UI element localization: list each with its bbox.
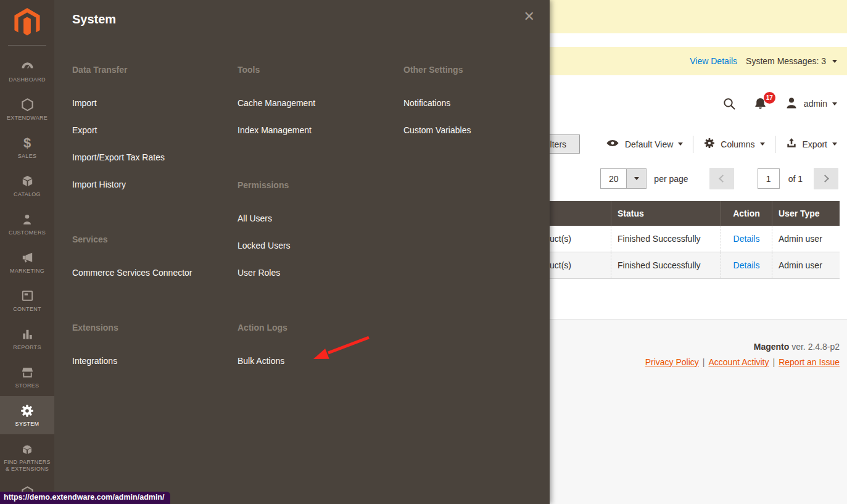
chevron-down-icon — [760, 143, 765, 146]
columns-control[interactable]: Columns — [703, 137, 764, 151]
details-link[interactable]: Details — [733, 234, 760, 244]
user-name: admin — [804, 99, 827, 109]
sidebar-item-label: SALES — [18, 153, 37, 160]
sidebar-item-customers[interactable]: CUSTOMERS — [0, 205, 54, 243]
window-icon — [20, 289, 35, 304]
dollar-icon: $ — [20, 136, 35, 151]
sidebar-item-label: STORES — [15, 382, 39, 389]
menu-item-export[interactable]: Export — [72, 125, 233, 136]
status-cell: Finished Successfully — [611, 226, 721, 252]
menu-section-title: Services — [72, 234, 233, 245]
menu-item-custom-variables[interactable]: Custom Variables — [403, 125, 542, 136]
chart-icon — [20, 327, 35, 342]
view-switcher-label: Default View — [625, 139, 673, 149]
sidebar-item-label: CATALOG — [14, 191, 41, 198]
brick-icon — [20, 442, 35, 456]
page-title: System — [72, 12, 116, 27]
menu-item-commerce-services-connector[interactable]: Commerce Services Connector — [72, 268, 233, 278]
sidebar-item-label: FIND PARTNERS & EXTENSIONS — [2, 459, 52, 473]
next-page-button[interactable] — [814, 168, 838, 189]
admin-header: 17 admin — [722, 91, 837, 116]
sidebar-item-sales[interactable]: $ SALES — [0, 128, 54, 167]
menu-item-notifications[interactable]: Notifications — [403, 98, 542, 109]
menu-item-user-roles[interactable]: User Roles — [238, 268, 398, 278]
page-size-value: 20 — [601, 169, 626, 188]
person-icon — [20, 212, 35, 227]
menu-section-title: Extensions — [72, 323, 233, 333]
export-control[interactable]: Export — [785, 137, 837, 151]
magento-brand: Magento — [754, 342, 790, 352]
sidebar-item-catalog[interactable]: CATALOG — [0, 167, 54, 205]
menu-item-cache-management[interactable]: Cache Management — [238, 98, 398, 109]
sidebar-item-reports[interactable]: REPORTS — [0, 320, 54, 358]
admin-sidebar: DASHBOARD EXTENDWARE $ SALES CATALOG CUS… — [0, 0, 54, 504]
sidebar-item-find-partners[interactable]: FIND PARTNERS & EXTENSIONS — [0, 434, 54, 480]
sidebar-item-label: DASHBOARD — [9, 76, 46, 83]
magento-version: ver. 2.4.8-p2 — [791, 342, 840, 352]
chevron-left-icon — [719, 175, 727, 183]
status-cell: Finished Successfully — [611, 252, 721, 278]
menu-item-index-management[interactable]: Index Management — [238, 125, 398, 136]
export-label: Export — [803, 139, 827, 149]
sidebar-item-system[interactable]: SYSTEM — [0, 396, 54, 434]
sidebar-item-marketing[interactable]: MARKETING — [0, 243, 54, 281]
sidebar-item-extendware[interactable]: EXTENDWARE — [0, 90, 54, 128]
divider — [775, 136, 775, 153]
privacy-policy-link[interactable]: Privacy Policy — [645, 357, 699, 367]
grid-header-user-type[interactable]: User Type — [772, 201, 840, 226]
sidebar-item-label: CUSTOMERS — [9, 229, 46, 236]
sidebar-item-dashboard[interactable]: DASHBOARD — [0, 52, 54, 90]
user-type-cell: Admin user — [772, 252, 840, 278]
store-icon — [20, 365, 35, 380]
user-icon — [784, 96, 799, 112]
search-icon[interactable] — [722, 96, 737, 111]
box-icon — [20, 174, 35, 189]
hexagon-icon — [20, 97, 35, 112]
menu-section-title: Other Settings — [403, 65, 542, 75]
menu-item-all-users[interactable]: All Users — [238, 213, 398, 224]
view-switcher[interactable]: Default View — [605, 136, 683, 152]
dashboard-icon — [20, 59, 35, 74]
sidebar-item-label: REPORTS — [13, 344, 41, 351]
menu-item-import-export-tax-rates[interactable]: Import/Export Tax Rates — [72, 152, 233, 163]
notifications-bell-icon[interactable]: 17 — [753, 96, 768, 112]
pagination: 20 per page of 1 — [600, 168, 838, 189]
sidebar-item-label: MARKETING — [10, 268, 44, 275]
sidebar-item-content[interactable]: CONTENT — [0, 281, 54, 320]
page-size-dropdown-button[interactable] — [626, 169, 646, 188]
magento-logo[interactable] — [0, 0, 54, 52]
system-flyout-menu: System ✕ Data Transfer Import Export Imp… — [54, 0, 550, 504]
menu-section-title: Permissions — [238, 180, 398, 191]
user-type-cell: Admin user — [772, 226, 840, 252]
sidebar-item-stores[interactable]: STORES — [0, 358, 54, 396]
admin-user-menu[interactable]: admin — [784, 96, 837, 112]
menu-section-title: Tools — [238, 65, 398, 75]
system-messages-label[interactable]: System Messages: 3 — [746, 56, 826, 66]
previous-page-button[interactable] — [709, 168, 734, 189]
megaphone-icon — [20, 250, 35, 265]
menu-section-title: Data Transfer — [72, 65, 233, 75]
view-details-link[interactable]: View Details — [690, 56, 737, 66]
current-page-input[interactable] — [758, 168, 780, 189]
separator: | — [703, 357, 705, 367]
menu-item-import-history[interactable]: Import History — [72, 180, 233, 190]
gear-icon — [20, 403, 35, 418]
chevron-down-icon[interactable] — [832, 60, 837, 63]
details-link[interactable]: Details — [733, 260, 760, 270]
grid-header-status[interactable]: Status — [611, 201, 721, 226]
account-activity-link[interactable]: Account Activity — [708, 357, 769, 367]
close-icon[interactable]: ✕ — [524, 10, 535, 23]
gear-icon — [703, 137, 716, 151]
svg-text:$: $ — [23, 135, 31, 151]
grid-header-action[interactable]: Action — [721, 201, 772, 226]
menu-item-locked-users[interactable]: Locked Users — [238, 241, 398, 251]
menu-item-import[interactable]: Import — [72, 98, 233, 109]
chevron-down-icon — [832, 102, 837, 105]
total-pages-label: of 1 — [788, 174, 803, 184]
report-issue-link[interactable]: Report an Issue — [779, 357, 840, 367]
status-url-tooltip: https://demo.extendware.com/admin/admin/ — [0, 492, 170, 504]
menu-item-integrations[interactable]: Integrations — [72, 356, 233, 366]
chevron-down-icon — [634, 177, 639, 180]
page-size-select[interactable]: 20 — [600, 168, 647, 189]
sidebar-item-label: EXTENDWARE — [7, 115, 48, 122]
